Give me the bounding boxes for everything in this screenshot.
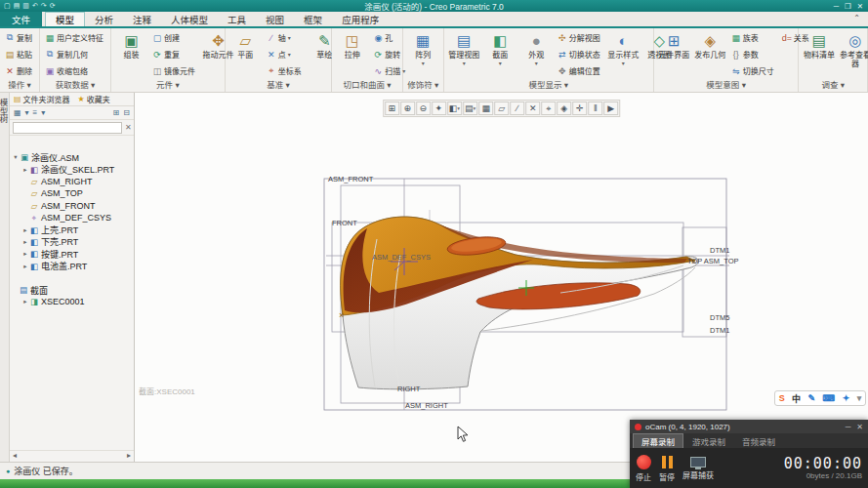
switch-state-button[interactable]: ⇄切换状态 (555, 46, 605, 62)
ribbon-group-label[interactable]: 元件 ▾ (113, 79, 223, 92)
edit-position-button[interactable]: ✥编辑位置 (555, 62, 605, 79)
assemble-button[interactable]: ▣组装 (113, 29, 149, 79)
shrinkwrap-button[interactable]: ▣收缩包络 (42, 62, 108, 79)
expand-icon[interactable]: ▾ (12, 153, 20, 161)
open-file-icon[interactable]: ▤ (14, 2, 21, 10)
ime-mode-icon[interactable]: 中 (792, 392, 801, 405)
tree-section-header[interactable]: ▤ 截面 (10, 284, 134, 296)
tab-framework[interactable]: 框架 (294, 12, 332, 26)
ime-skin-icon[interactable]: ✦ (843, 393, 850, 403)
ocam-tab-screen-record[interactable]: 屏幕录制 (633, 433, 683, 448)
tab-favorites[interactable]: ★收藏夹 (74, 93, 114, 105)
minimize-button[interactable]: ─ (834, 2, 839, 11)
play-button[interactable]: ▶ (603, 102, 618, 115)
sections-button[interactable]: ◧截面▾ (482, 29, 518, 79)
pause-button[interactable]: ‖ (588, 102, 602, 115)
collapse-all-icon[interactable]: ⊟ (123, 108, 130, 117)
pager-right-icon[interactable]: ▸ (127, 451, 131, 462)
datum-axis-display-toggle[interactable]: ∕ (510, 102, 524, 115)
ime-menu-icon[interactable]: ▾ (857, 393, 862, 403)
reference-viewer-button[interactable]: ◎参考查看器 (837, 29, 868, 79)
ocam-tab-audio-record[interactable]: 音频录制 (734, 433, 783, 448)
shading-style-button[interactable]: ◧▾ (447, 102, 462, 115)
ribbon-group-label[interactable]: 基准 ▾ (227, 79, 330, 92)
tab-applications[interactable]: 应用程序 (332, 12, 389, 26)
tree-item-skeleton[interactable]: ▸ ◧ 涂画仪_SKEL.PRT (10, 163, 134, 175)
display-style-button[interactable]: ◐显示样式▾ (605, 29, 641, 79)
ribbon-group-label[interactable]: 获取数据 ▾ (42, 79, 108, 92)
family-table-button[interactable]: ▦族表 (728, 29, 779, 46)
ribbon-group-label[interactable]: 操作 ▾ (2, 79, 37, 92)
clear-search-icon[interactable]: ✕ (125, 123, 132, 132)
close-button[interactable]: ✕ (857, 2, 863, 11)
switch-dimensions-button[interactable]: ⇋切换尺寸 (728, 62, 779, 79)
datum-csys-button[interactable]: ⌖坐标系 (264, 62, 307, 79)
tree-item-assembly[interactable]: ▾ ▣ 涂画仪.ASM (10, 151, 134, 163)
tab-annotate[interactable]: 注释 (123, 12, 161, 26)
paste-button[interactable]: ▤粘贴 (2, 46, 37, 62)
screen-capture-button[interactable]: 屏幕捕获 (682, 457, 714, 480)
ocam-minimize-button[interactable]: ─ (846, 423, 851, 431)
stop-record-button[interactable]: 停止 (636, 455, 651, 482)
expand-icon[interactable]: ▸ (21, 250, 29, 258)
pause-record-button[interactable]: 暂停 (659, 455, 675, 482)
datum-plane-display-toggle[interactable]: ▱ (494, 102, 509, 115)
expand-all-icon[interactable]: ⊞ (113, 108, 120, 117)
repaint-button[interactable]: ✦ (432, 102, 446, 115)
repeat-button[interactable]: ⟳重复 (149, 46, 200, 62)
sogou-logo-icon[interactable]: S (779, 393, 785, 403)
tree-item-asm-top[interactable]: ▱ ASM_TOP (10, 187, 134, 199)
tab-view[interactable]: 视图 (256, 12, 294, 26)
tree-item-xsec0001[interactable]: ▸ ◨ XSEC0001 (10, 296, 134, 307)
model-viewport[interactable]: × × (135, 93, 867, 462)
regenerate-icon[interactable]: ⟳ (50, 2, 56, 10)
exploded-view-button[interactable]: ✣分解视图 (555, 29, 605, 46)
ribbon-collapse-icon[interactable]: ⌃ (846, 12, 868, 26)
ribbon-group-label[interactable]: 切口和曲面 ▾ (334, 79, 399, 92)
tab-folder-browser[interactable]: ▤文件夹浏览器 (10, 93, 74, 105)
tree-item-lower-shell[interactable]: ▸ ◧ 下壳.PRT (10, 236, 134, 248)
tab-model[interactable]: 模型 (45, 12, 85, 26)
tree-item-asm-right[interactable]: ▱ ASM_RIGHT (10, 176, 134, 187)
tree-filter-dropdown[interactable]: ▾ (41, 108, 45, 117)
ribbon-group-label[interactable]: 修饰符 ▾ (405, 79, 441, 92)
ocam-tab-game-record[interactable]: 游戏录制 (684, 433, 733, 448)
tree-item-battery-cover[interactable]: ▸ ◧ 电池盖.PRT (10, 261, 134, 272)
publish-geometry-button[interactable]: ◈发布几何 (692, 29, 728, 79)
tab-analysis[interactable]: 分析 (85, 12, 123, 26)
saved-orientations-button[interactable]: ▤▾ (463, 102, 477, 115)
save-icon[interactable]: ▥ (22, 2, 29, 10)
zoom-in-button[interactable]: ⊕ (400, 102, 415, 115)
view-manager-button[interactable]: ▦ (478, 102, 493, 115)
tab-tools[interactable]: 工具 (218, 12, 256, 26)
datum-axis-button[interactable]: ∕轴▾ (264, 29, 307, 46)
tree-display-icon[interactable]: ▦ (14, 108, 21, 117)
expand-icon[interactable]: ▸ (21, 238, 29, 246)
appearances-button[interactable]: ●外观▾ (518, 29, 555, 79)
ribbon-group-label[interactable]: 模型显示 ▾ (446, 79, 651, 92)
datum-plane-button[interactable]: ▱平面 (227, 29, 264, 79)
tree-item-button-part[interactable]: ▸ ◧ 按键.PRT (10, 248, 134, 260)
spin-center-toggle[interactable]: ✛ (572, 102, 587, 115)
refit-button[interactable]: ⊞ (385, 102, 399, 115)
create-component-button[interactable]: ▢创建 (149, 29, 200, 46)
tree-item-asm-def-csys[interactable]: ⌖ ASM_DEF_CSYS (10, 212, 134, 224)
udf-button[interactable]: ▦用户定义特征 (42, 29, 108, 46)
expand-icon[interactable]: ▸ (21, 263, 29, 270)
expand-icon[interactable]: ▸ (21, 166, 29, 174)
bom-button[interactable]: ▤物料清单 (801, 29, 837, 79)
copy-button[interactable]: ⧉复制 (2, 29, 37, 46)
parameters-button[interactable]: {}参数 (728, 46, 779, 62)
tree-filter-menu-icon[interactable]: ≡ (33, 108, 38, 117)
ocam-titlebar[interactable]: oCam (0, 4, 1920, 1027) ─✕ (630, 420, 868, 433)
tree-item-asm-front[interactable]: ▱ ASM_FRONT (10, 200, 134, 212)
pattern-button[interactable]: ▦阵列▾ (405, 29, 441, 79)
component-interface-button[interactable]: ⊞元件界面 (656, 29, 692, 79)
tab-manikin[interactable]: 人体模型 (161, 12, 218, 26)
tree-search-input[interactable] (13, 122, 122, 134)
pager-left-icon[interactable]: ◂ (13, 451, 17, 462)
ime-handwriting-icon[interactable]: ✎ (808, 393, 816, 403)
delete-button[interactable]: ✕删除 (2, 62, 37, 79)
ocam-close-button[interactable]: ✕ (856, 423, 863, 431)
copy-geometry-button[interactable]: ⧉复制几何 (42, 46, 108, 62)
